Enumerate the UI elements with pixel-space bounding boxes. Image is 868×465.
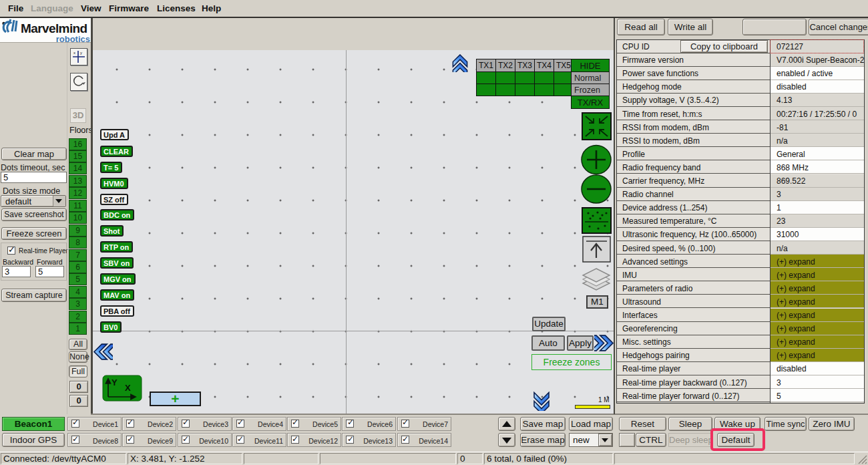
svg-text:Y: Y bbox=[112, 377, 118, 388]
svg-text:x: x bbox=[73, 51, 75, 55]
svg-text:y: y bbox=[80, 51, 82, 55]
svg-text:X: X bbox=[125, 383, 131, 393]
